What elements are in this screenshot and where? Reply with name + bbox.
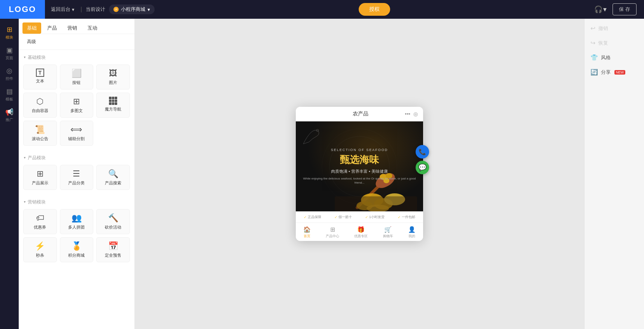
- sidebar-item-control[interactable]: ◎ 控件: [1, 64, 18, 84]
- multi-image-label: 多图文: [70, 108, 83, 114]
- redo-action[interactable]: ↪ 恢复: [590, 39, 608, 46]
- nav-products-icon: ⊞: [330, 226, 335, 233]
- miniapp-label: 小程序商城: [121, 6, 145, 13]
- tab-interact[interactable]: 互动: [83, 22, 102, 34]
- auth-button[interactable]: 授权: [359, 3, 390, 16]
- free-container-label: 自由容器: [32, 108, 48, 114]
- module-button[interactable]: ⬜ 按钮: [60, 64, 94, 90]
- feature-shipping: ✓ 一件包邮: [398, 215, 415, 220]
- free-container-icon: ⬡: [36, 97, 43, 106]
- module-magic-nav[interactable]: 魔方导航: [96, 93, 130, 118]
- module-coupon[interactable]: 🏷 优惠券: [23, 209, 57, 234]
- banner-desc2: While enjoying the delicious seafood, lo…: [302, 176, 417, 185]
- section-product-title: 产品模块: [19, 150, 134, 163]
- share-action[interactable]: 🔄 分享 NEW: [590, 69, 625, 76]
- sidebar-control-label: 控件: [6, 76, 13, 81]
- module-flash-sale[interactable]: ⚡ 秒杀: [23, 237, 57, 262]
- headset-icon: 🎧: [594, 5, 602, 13]
- banner-area: SELECTION OF SEAFOOD 甄选海味 肉质饱满 • 营养丰富 • …: [296, 121, 423, 211]
- presale-icon: 📅: [108, 241, 118, 251]
- group-buy-label: 多人拼团: [68, 224, 85, 230]
- nav-home[interactable]: 🏠 首页: [303, 226, 311, 239]
- product-module-grid: ⊞ 产品展示 ☰ 产品分类 🔍 产品搜索: [19, 163, 134, 194]
- sidebar-item-promote[interactable]: 📢 推广: [1, 105, 18, 126]
- nav-cart[interactable]: 🛒 购物车: [383, 226, 393, 239]
- module-points[interactable]: 🏅 积分商城: [60, 237, 94, 262]
- module-product-display[interactable]: ⊞ 产品展示: [23, 165, 57, 190]
- tab-marketing[interactable]: 营销: [63, 22, 82, 34]
- image-label: 图片: [109, 80, 117, 85]
- nav-deals-icon: 🎁: [357, 226, 365, 233]
- save-button[interactable]: 保 存: [613, 3, 637, 15]
- product-display-label: 产品展示: [32, 180, 48, 186]
- flash-sale-icon: ⚡: [35, 241, 45, 251]
- scroll-notice-icon: 📜: [35, 125, 45, 135]
- bargain-icon: 🔨: [108, 213, 118, 223]
- coupon-label: 优惠券: [34, 224, 46, 230]
- module-divider[interactable]: ⟺ 辅助分割: [60, 121, 94, 146]
- product-display-icon: ⊞: [37, 169, 43, 179]
- control-icon: ◎: [6, 67, 12, 75]
- undo-icon: ↩: [590, 25, 595, 32]
- sidebar-item-module[interactable]: ⊞ 模块: [1, 22, 18, 43]
- nav-cart-label: 购物车: [383, 234, 393, 239]
- module-presale[interactable]: 📅 定全预售: [96, 237, 130, 262]
- module-multi-image[interactable]: ⊞ 多图文: [60, 93, 94, 118]
- tab-basic[interactable]: 基础: [22, 22, 41, 34]
- genuine-label: 正品保障: [308, 215, 321, 220]
- banner-desc: 肉质饱满 • 营养丰富 • 美味健康: [302, 169, 417, 174]
- group-buy-icon: 👥: [72, 213, 82, 223]
- style-action[interactable]: 👕 风格: [590, 54, 611, 61]
- banner-sub-text: SELECTION OF SEAFOOD: [302, 148, 417, 152]
- basic-module-grid: T 文本 ⬜ 按钮 🖼 图片 ⬡ 自由容器 ⊞ 多图文 魔方导航: [19, 63, 134, 150]
- logo: LOGO: [0, 0, 45, 19]
- magic-nav-label: 魔方导航: [105, 106, 121, 112]
- module-bargain[interactable]: 🔨 砍价活动: [96, 209, 130, 234]
- magic-nav-icon: [109, 97, 117, 105]
- back-button[interactable]: 返回后台 ▾: [45, 6, 80, 13]
- topbar-center: 授权: [155, 3, 594, 16]
- right-panel: ↩ 撤销 ↪ 恢复 👕 风格 🔄 分享 NEW: [584, 19, 644, 329]
- nav-profile-label: 我的: [408, 234, 415, 239]
- points-label: 积分商城: [68, 253, 85, 258]
- product-category-label: 产品分类: [68, 180, 85, 186]
- module-text[interactable]: T 文本: [23, 64, 57, 90]
- sidebar-page-label: 页面: [6, 55, 13, 61]
- genuine-icon: ✓: [304, 215, 307, 219]
- nav-deals-label: 优惠专区: [354, 234, 368, 239]
- sidebar-promote-label: 推广: [6, 117, 13, 123]
- share-icon: 🔄: [590, 69, 598, 76]
- module-scroll-notice[interactable]: 📜 滚动公告: [23, 121, 57, 146]
- button-label: 按钮: [72, 80, 80, 85]
- redo-label: 恢复: [598, 40, 608, 46]
- banner-title-yellow: 海味: [359, 154, 379, 165]
- undo-action[interactable]: ↩ 撤销: [590, 25, 608, 32]
- module-product-category[interactable]: ☰ 产品分类: [60, 165, 94, 190]
- sidebar-item-template[interactable]: ▤ 模板: [1, 84, 18, 105]
- text-icon: T: [36, 69, 44, 77]
- nav-deals[interactable]: 🎁 优惠专区: [354, 226, 368, 239]
- left-sidebar: ⊞ 模块 ▣ 页面 ◎ 控件 ▤ 模板 📢 推广: [0, 19, 19, 329]
- guarantee-label: 假一赔十: [338, 215, 352, 220]
- flash-sale-label: 秒杀: [36, 253, 44, 258]
- tab-product[interactable]: 产品: [43, 22, 61, 34]
- redo-icon: ↪: [590, 39, 595, 46]
- delivery-icon: ✓: [365, 215, 368, 219]
- nav-profile[interactable]: 👤 我的: [408, 226, 416, 239]
- nav-products-label: 产品中心: [326, 234, 339, 239]
- headset-button[interactable]: 🎧 ▾: [594, 5, 607, 13]
- phone-header-icons: ••• ◎: [405, 111, 418, 117]
- sidebar-item-page[interactable]: ▣ 页面: [1, 43, 18, 64]
- text-label: 文本: [36, 78, 44, 84]
- points-icon: 🏅: [72, 241, 82, 251]
- nav-products[interactable]: ⊞ 产品中心: [326, 226, 339, 239]
- module-group-buy[interactable]: 👥 多人拼团: [60, 209, 94, 234]
- nav-home-label: 首页: [304, 234, 310, 239]
- module-product-search[interactable]: 🔍 产品搜索: [96, 165, 130, 190]
- module-free-container[interactable]: ⬡ 自由容器: [23, 93, 57, 118]
- tab-advanced[interactable]: 高级: [22, 37, 40, 46]
- phone-mockup: 农产品 ••• ◎: [296, 107, 423, 241]
- section-marketing-title: 营销模块: [19, 194, 134, 208]
- module-image[interactable]: 🖼 图片: [96, 64, 130, 90]
- miniapp-selector[interactable]: ⟳ 小程序商城 ▾: [109, 4, 155, 14]
